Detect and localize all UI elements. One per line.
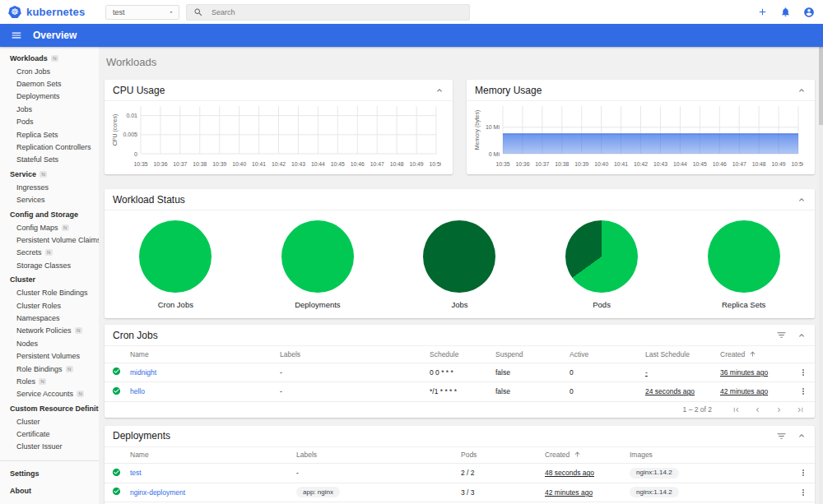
- svg-text:10:43: 10:43: [291, 161, 305, 167]
- pie-label: Pods: [593, 300, 611, 309]
- brand-home-link[interactable]: ☸ kubernetes: [0, 6, 97, 18]
- brand-text: kubernetes: [26, 6, 85, 18]
- sidebar-section-cluster[interactable]: Cluster: [0, 273, 99, 286]
- scrollbar-track[interactable]: [819, 47, 823, 504]
- collapse-up-icon: [797, 86, 807, 95]
- collapse-memory-card-button[interactable]: [797, 86, 807, 95]
- sidebar-item-pods[interactable]: Pods: [0, 116, 99, 128]
- sidebar-item-nodes[interactable]: Nodes: [0, 337, 99, 349]
- memory-usage-chart: 10:3510:3610:3710:3810:3910:4010:4110:42…: [470, 102, 803, 174]
- column-header-active[interactable]: Active: [565, 346, 641, 363]
- sidebar-item-config-maps[interactable]: Config MapsN: [0, 221, 99, 234]
- collapse-cpu-card-button[interactable]: [435, 86, 444, 95]
- resource-link[interactable]: test: [130, 469, 142, 477]
- notifications-button[interactable]: [780, 7, 791, 17]
- column-header-images[interactable]: Images: [625, 447, 791, 464]
- sidebar-item-stateful-sets[interactable]: Stateful Sets: [0, 154, 99, 166]
- column-header-name[interactable]: Name: [126, 346, 276, 363]
- sidebar-section-workloads[interactable]: WorkloadsN: [0, 52, 99, 65]
- search-input[interactable]: [210, 7, 463, 17]
- sidebar-section-custom-resource-definitions[interactable]: Custom Resource Definitions: [0, 402, 99, 415]
- table-cell: 0: [565, 363, 641, 382]
- sidebar-item-settings[interactable]: Settings: [0, 465, 99, 481]
- sidebar-item-persistent-volume-claims[interactable]: Persistent Volume ClaimsN: [0, 234, 99, 246]
- sidebar-item-certificate[interactable]: Certificate: [0, 428, 99, 440]
- sidebar-item-about[interactable]: About: [0, 483, 99, 498]
- pie-chart-replica-sets: [708, 220, 780, 293]
- sidebar-item-cluster-issuer[interactable]: Cluster Issuer: [0, 441, 99, 453]
- sidebar-item-jobs[interactable]: Jobs: [0, 103, 99, 115]
- column-header-created[interactable]: Created: [716, 346, 791, 363]
- create-resource-button[interactable]: [757, 7, 768, 17]
- sidebar-item-network-policies[interactable]: Network PoliciesN: [0, 325, 99, 337]
- resource-link[interactable]: midnight: [130, 368, 156, 377]
- relative-time: -: [645, 368, 648, 377]
- row-actions-button[interactable]: [798, 368, 808, 377]
- usage-charts-row: CPU Usage 10:3510:3610:3710:3810:3910:40…: [105, 80, 815, 174]
- collapse-workload-status-button[interactable]: [797, 195, 807, 205]
- filter-cron-jobs-button[interactable]: [776, 330, 787, 340]
- column-header-suspend[interactable]: Suspend: [491, 346, 565, 363]
- sidebar-item-secrets[interactable]: SecretsN: [0, 247, 99, 259]
- resource-link[interactable]: hello: [130, 387, 145, 395]
- sidebar-item-replication-controllers[interactable]: Replication Controllers: [0, 141, 99, 153]
- deployments-card: Deployments NameLabelsPodsCreatedImagest…: [105, 426, 815, 504]
- sidebar-nav: WorkloadsNCron JobsDaemon SetsDeployment…: [0, 47, 99, 504]
- sidebar-toggle-button[interactable]: [11, 30, 22, 41]
- status-ok-icon: [112, 367, 121, 376]
- resource-link[interactable]: nginx-deployment: [130, 488, 185, 497]
- scrollbar-thumb[interactable]: [819, 47, 823, 125]
- row-actions-button[interactable]: [798, 468, 808, 478]
- sidebar-item-persistent-volumes[interactable]: Persistent Volumes: [0, 349, 99, 362]
- svg-text:0.005: 0.005: [123, 132, 137, 137]
- namespace-selector[interactable]: test: [105, 5, 179, 20]
- sidebar-item-daemon-sets[interactable]: Daemon Sets: [0, 77, 99, 90]
- sidebar-item-cluster-roles[interactable]: Cluster Roles: [0, 299, 99, 312]
- next-page-button[interactable]: [774, 405, 783, 414]
- column-header-last-schedule[interactable]: Last Schedule: [641, 346, 716, 363]
- column-header-pods[interactable]: Pods: [457, 447, 541, 464]
- user-account-button[interactable]: [803, 7, 815, 18]
- sidebar-section-config-and-storage[interactable]: Config and Storage: [0, 208, 99, 221]
- sidebar-item-deployments[interactable]: Deployments: [0, 90, 99, 103]
- sidebar-item-cron-jobs[interactable]: Cron Jobs: [0, 65, 99, 77]
- sidebar-item-services[interactable]: Services: [0, 194, 99, 206]
- sidebar-item-ingresses[interactable]: Ingresses: [0, 181, 99, 193]
- sidebar-item-cluster[interactable]: Cluster: [0, 415, 99, 428]
- last-page-button[interactable]: [796, 405, 805, 414]
- collapse-cron-jobs-button[interactable]: [797, 331, 807, 340]
- sidebar-item-service-accounts[interactable]: Service AccountsN: [0, 388, 99, 400]
- collapse-deployments-button[interactable]: [797, 431, 807, 441]
- column-header-name[interactable]: Name: [126, 447, 292, 464]
- status-cell: [105, 382, 126, 402]
- cpu-usage-title: CPU Usage: [113, 85, 165, 96]
- sidebar-item-replica-sets[interactable]: Replica Sets: [0, 128, 99, 141]
- svg-text:10:36: 10:36: [153, 161, 167, 167]
- row-actions-button[interactable]: [798, 488, 808, 497]
- search-bar[interactable]: [186, 4, 470, 21]
- filter-list-icon: [776, 431, 787, 442]
- cron-jobs-card: Cron Jobs NameLabelsScheduleSuspendActiv…: [105, 325, 815, 418]
- filter-deployments-button[interactable]: [776, 431, 787, 442]
- previous-page-button[interactable]: [753, 405, 762, 414]
- sidebar-divider: [0, 460, 99, 461]
- relative-time: 42 minutes ago: [545, 488, 593, 497]
- sidebar-section-service[interactable]: ServiceN: [0, 168, 99, 181]
- sidebar-item-namespaces[interactable]: Namespaces: [0, 312, 99, 324]
- collapse-up-icon: [435, 86, 444, 95]
- sidebar-item-cluster-role-bindings[interactable]: Cluster Role Bindings: [0, 286, 99, 298]
- column-header-labels[interactable]: Labels: [276, 346, 425, 363]
- sidebar-item-role-bindings[interactable]: Role BindingsN: [0, 363, 99, 375]
- sidebar-item-storage-classes[interactable]: Storage Classes: [0, 259, 99, 271]
- column-header-blank: [105, 447, 126, 464]
- first-page-icon: [732, 405, 741, 414]
- sidebar-item-roles[interactable]: RolesN: [0, 375, 99, 387]
- column-header-labels[interactable]: Labels: [292, 447, 457, 464]
- column-header-created[interactable]: Created: [541, 447, 625, 464]
- row-actions-button[interactable]: [798, 386, 808, 396]
- column-header-schedule[interactable]: Schedule: [425, 346, 491, 363]
- svg-text:10:50: 10:50: [791, 161, 803, 167]
- svg-text:0.01: 0.01: [126, 113, 137, 118]
- pie-chart-jobs: [423, 220, 495, 293]
- first-page-button[interactable]: [732, 405, 741, 414]
